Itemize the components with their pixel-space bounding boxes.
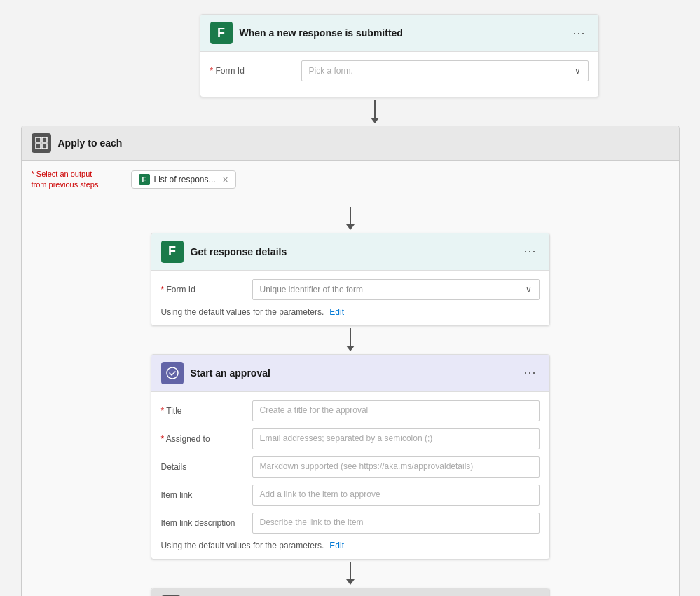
approval-item-link-desc-row: Item link description Describe the link … — [161, 513, 540, 534]
trigger-body: * Form Id Pick a form. ∨ — [200, 52, 598, 97]
get-response-title: Get response details — [191, 246, 514, 257]
get-response-form-id-input[interactable]: Unique identifier of the form ∨ — [252, 279, 540, 300]
approval-assigned-row: * Assigned to Email addresses; separated… — [161, 428, 540, 449]
get-response-more-button[interactable]: ··· — [521, 244, 539, 259]
apply-inner: F Get response details ··· * Form Id Uni… — [32, 198, 669, 596]
svg-rect-3 — [42, 144, 47, 149]
get-response-chevron: ∨ — [526, 285, 532, 294]
get-response-edit-link[interactable]: Edit — [329, 307, 344, 317]
arrow-1 — [49, 97, 700, 126]
apply-select-output-row: * Select an outputfrom previous steps F … — [32, 169, 669, 191]
start-approval-title: Start an approval — [191, 367, 514, 379]
approval-item-link-row: Item link Add a link to the item to appr… — [161, 485, 540, 506]
get-response-form-id-value: Unique identifier of the form — [260, 285, 363, 294]
arrow-4 — [346, 560, 355, 588]
approval-default-text: Using the default values for the paramet… — [161, 541, 324, 550]
trigger-header: F When a new response is submitted ··· — [200, 15, 598, 52]
get-response-header: F Get response details ··· — [151, 233, 549, 271]
get-response-default-text: Using the default values for the paramet… — [161, 307, 324, 317]
condition-header: Condition ··· — [151, 588, 549, 596]
get-response-form-id-label: * Form Id — [161, 285, 245, 294]
apply-tag-label: List of respons... — [154, 175, 216, 184]
get-response-form-id-row: * Form Id Unique identifier of the form … — [161, 279, 540, 300]
approval-assigned-label: * Assigned to — [161, 434, 245, 444]
approval-item-link-desc-input[interactable]: Describe the link to the item — [252, 513, 540, 534]
start-approval-header: Start an approval ··· — [151, 355, 549, 392]
approval-default-row: Using the default values for the paramet… — [161, 541, 540, 550]
approval-details-row: Details Markdown supported (see https://… — [161, 456, 540, 478]
approval-edit-link[interactable]: Edit — [329, 541, 344, 550]
apply-title: Apply to each — [58, 137, 669, 149]
approval-title-label: * Title — [161, 406, 245, 416]
trigger-icon: F — [210, 22, 233, 44]
approval-item-link-input[interactable]: Add a link to the item to approve — [252, 485, 540, 506]
approval-item-link-desc-label: Item link description — [161, 518, 245, 528]
apply-tag-icon: F — [139, 174, 150, 185]
trigger-more-button[interactable]: ··· — [570, 26, 588, 41]
approval-details-input[interactable]: Markdown supported (see https://aka.ms/a… — [252, 456, 540, 478]
apply-tag-close[interactable]: × — [223, 174, 228, 185]
arrow-3 — [346, 326, 355, 354]
trigger-form-id-input[interactable]: Pick a form. ∨ — [301, 60, 589, 81]
approval-details-label: Details — [161, 462, 245, 472]
trigger-form-id-label: * Form Id — [210, 66, 294, 76]
get-response-body: * Form Id Unique identifier of the form … — [151, 271, 549, 325]
trigger-form-id-row: * Form Id Pick a form. ∨ — [210, 60, 589, 81]
apply-header: Apply to each — [22, 126, 679, 161]
get-response-block: F Get response details ··· * Form Id Uni… — [151, 233, 550, 326]
arrow-2 — [346, 205, 355, 233]
apply-tag-pill[interactable]: F List of respons... × — [131, 170, 236, 189]
svg-point-4 — [167, 367, 178, 379]
trigger-form-id-placeholder: Pick a form. — [309, 66, 353, 76]
trigger-title: When a new response is submitted — [240, 27, 563, 39]
approval-item-link-label: Item link — [161, 490, 245, 500]
approval-title-row: * Title Create a title for the approval — [161, 400, 540, 421]
approval-assigned-input[interactable]: Email addresses; separated by a semicolo… — [252, 428, 540, 449]
apply-body: * Select an outputfrom previous steps F … — [22, 161, 679, 596]
svg-rect-1 — [42, 137, 47, 142]
condition-block: Condition ··· — [151, 588, 550, 596]
start-approval-icon — [161, 362, 184, 384]
trigger-block: F When a new response is submitted ··· *… — [200, 14, 599, 97]
start-approval-block: Start an approval ··· * Title Create a t… — [151, 354, 550, 560]
svg-rect-0 — [36, 137, 41, 142]
apply-icon — [32, 133, 51, 153]
start-approval-body: * Title Create a title for the approval … — [151, 392, 549, 559]
trigger-form-id-chevron: ∨ — [575, 66, 581, 76]
apply-to-each-block: Apply to each * Select an outputfrom pre… — [21, 126, 680, 596]
get-response-icon: F — [161, 241, 184, 263]
approval-title-input[interactable]: Create a title for the approval — [252, 400, 540, 421]
start-approval-more-button[interactable]: ··· — [521, 365, 539, 380]
apply-select-output-label: * Select an outputfrom previous steps — [32, 169, 123, 191]
svg-rect-2 — [36, 144, 41, 149]
get-response-default-row: Using the default values for the paramet… — [161, 307, 540, 317]
